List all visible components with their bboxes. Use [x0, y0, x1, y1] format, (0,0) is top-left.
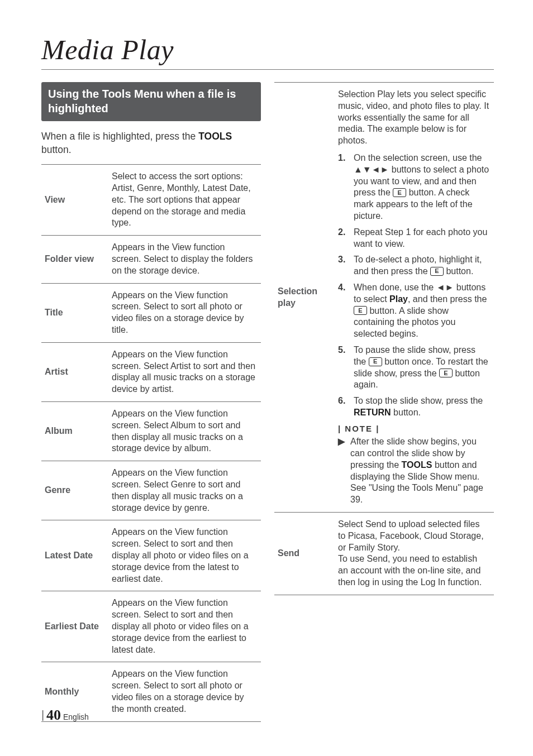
footer-lang: English [63, 712, 89, 721]
row-key: Latest Date [41, 520, 110, 591]
left-column: Using the Tools Menu when a file is high… [41, 82, 261, 722]
page-number: 40 [46, 707, 61, 723]
row-val: Appears on the View function screen. Sel… [110, 461, 261, 520]
enter-icon: E [430, 267, 444, 276]
row-val: Appears on the View function screen. Sel… [110, 591, 261, 662]
row-key: Title [41, 283, 110, 342]
table-row: Send Select Send to upload selected file… [274, 513, 494, 595]
step-3: 3.To de-select a photo, highlight it, an… [338, 254, 489, 277]
right-column: Selection play Selection Play lets you s… [274, 82, 494, 595]
row-val: Select Send to upload selected files to … [336, 513, 494, 595]
row-key: Folder view [41, 236, 110, 283]
section-heading: Using the Tools Menu when a file is high… [41, 82, 261, 121]
left-table: ViewSelect to access the sort options: A… [41, 164, 261, 721]
selection-steps: 1.On the selection screen, use the ▲▼◄► … [338, 152, 489, 419]
table-row: GenreAppears on the View function screen… [41, 461, 261, 520]
intro-before: When a file is highlighted, press the [41, 131, 198, 142]
row-key: Selection play [274, 83, 336, 513]
step-6: 6.To stop the slide show, press the RETU… [338, 395, 489, 419]
table-row: AlbumAppears on the View function screen… [41, 402, 261, 461]
enter-icon: E [393, 188, 406, 197]
row-key: Earliest Date [41, 591, 110, 662]
intro-after: button. [41, 144, 72, 155]
step-bold: Play [389, 294, 408, 304]
step-2: 2.Repeat Step 1 for each photo you want … [338, 227, 489, 250]
note-bold: TOOLS [402, 460, 432, 470]
row-val: Selection Play lets you select specific … [336, 83, 494, 513]
step-number: 1. [338, 152, 348, 222]
row-key: View [41, 165, 110, 236]
row-val: Appears in the View function screen. Sel… [110, 236, 261, 283]
note-body: ▶ After the slide show begins, you can c… [338, 436, 489, 506]
step-number: 4. [338, 282, 348, 340]
row-key: Send [274, 513, 336, 595]
row-val: Appears on the View function screen. Sel… [110, 283, 261, 342]
right-table: Selection play Selection Play lets you s… [274, 82, 494, 595]
step-5: 5.To pause the slide show, press the E b… [338, 344, 489, 391]
page-footer: | 40 English [41, 707, 89, 724]
footer-bar: | [41, 709, 44, 721]
table-row: ViewSelect to access the sort options: A… [41, 165, 261, 236]
step-number: 2. [338, 227, 348, 250]
row-val: Appears on the View function screen. Sel… [110, 402, 261, 461]
step-number: 6. [338, 395, 348, 419]
row-val: Appears on the View function screen. Sel… [110, 662, 261, 721]
table-row: Latest DateAppears on the View function … [41, 520, 261, 591]
note-header: | NOTE | [338, 423, 489, 434]
page-title: Media Play [41, 34, 494, 70]
step-number: 5. [338, 344, 348, 391]
step-bold: RETURN [354, 408, 391, 417]
step-number: 3. [338, 254, 348, 277]
step-text: , and then press the [408, 294, 487, 304]
step-text: button. [444, 266, 473, 276]
row-val: Select to access the sort options: Artis… [110, 165, 261, 236]
table-row: Selection play Selection Play lets you s… [274, 83, 494, 513]
table-row: Folder viewAppears in the View function … [41, 236, 261, 283]
enter-icon: E [354, 306, 367, 315]
row-key: Genre [41, 461, 110, 520]
step-text: Repeat Step 1 for each photo you want to… [354, 227, 489, 250]
row-key: Artist [41, 342, 110, 401]
step-4: 4.When done, use the ◄► buttons to selec… [338, 282, 489, 340]
note-bullet-icon: ▶ [338, 436, 345, 506]
step-text: To stop the slide show, press the [354, 396, 483, 405]
row-val: Appears on the View function screen. Sel… [110, 342, 261, 401]
table-row: Earliest DateAppears on the View functio… [41, 591, 261, 662]
step-1: 1.On the selection screen, use the ▲▼◄► … [338, 152, 489, 222]
intro-text: When a file is highlighted, press the TO… [41, 130, 261, 156]
table-row: TitleAppears on the View function screen… [41, 283, 261, 342]
step-text: button. A slide show containing the phot… [354, 306, 455, 339]
selection-intro: Selection Play lets you select specific … [338, 89, 489, 147]
enter-icon: E [369, 357, 382, 366]
intro-bold: TOOLS [198, 131, 232, 142]
row-key: Album [41, 402, 110, 461]
step-text: button. [391, 408, 421, 417]
enter-icon: E [439, 369, 453, 377]
table-row: ArtistAppears on the View function scree… [41, 342, 261, 401]
row-val: Appears on the View function screen. Sel… [110, 520, 261, 591]
